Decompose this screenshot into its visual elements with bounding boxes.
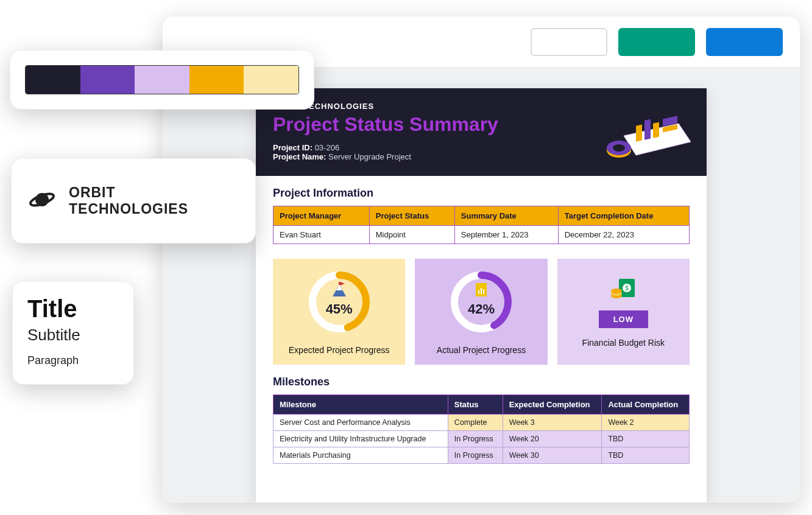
risk-badge: LOW bbox=[599, 310, 648, 328]
dashboard-illustration-icon bbox=[605, 99, 691, 160]
color-palette-card bbox=[10, 50, 314, 110]
meta-name-label: Project Name: bbox=[273, 152, 326, 161]
risk-label: Financial Budget Risk bbox=[582, 338, 665, 348]
doc-hero: ORBIT TECHNOLOGIES Project Status Summar… bbox=[256, 88, 707, 176]
palette-swatch bbox=[189, 66, 244, 94]
svg-rect-3 bbox=[653, 122, 659, 138]
expected-progress-ring: 45% bbox=[306, 268, 373, 335]
table-cell: In Progress bbox=[448, 447, 503, 464]
section-title-milestones: Milestones bbox=[273, 376, 690, 388]
expected-label: Expected Project Progress bbox=[289, 345, 390, 355]
actual-label: Actual Project Progress bbox=[437, 345, 526, 355]
section-title-info: Project Information bbox=[273, 187, 690, 200]
table-row: Server Cost and Performance AnalysisComp… bbox=[274, 415, 690, 431]
card-budget-risk: $ LOW Financial Budget Risk bbox=[557, 259, 690, 365]
table-cell: Complete bbox=[448, 415, 503, 431]
color-palette bbox=[25, 65, 299, 94]
svg-text:$: $ bbox=[626, 285, 629, 292]
palette-swatch bbox=[26, 66, 80, 94]
header-button-teal[interactable] bbox=[618, 28, 695, 56]
planet-logo-icon bbox=[29, 186, 55, 215]
svg-point-8 bbox=[613, 144, 625, 152]
palette-swatch bbox=[244, 66, 298, 94]
ms-th-3: Actual Completion bbox=[602, 395, 690, 415]
card-expected-progress: 45% Expected Project Progress bbox=[273, 259, 405, 365]
table-cell: TBD bbox=[602, 431, 690, 447]
progress-cards: 45% Expected Project Progress 42% bbox=[256, 247, 707, 365]
info-td-1: Midpoint bbox=[369, 226, 454, 244]
ms-th-2: Expected Completion bbox=[503, 395, 602, 415]
header-button-outline[interactable] bbox=[531, 28, 607, 56]
table-cell: TBD bbox=[602, 447, 690, 464]
money-icon: $ bbox=[610, 276, 636, 302]
milestones-table: Milestone Status Expected Completion Act… bbox=[273, 394, 690, 464]
table-cell: Week 2 bbox=[602, 415, 690, 431]
info-td-3: December 22, 2023 bbox=[558, 226, 689, 244]
info-td-2: September 1, 2023 bbox=[454, 226, 558, 244]
info-th-2: Summary Date bbox=[454, 206, 558, 226]
meta-name-value: Server Upgrade Project bbox=[328, 152, 411, 161]
typo-title: Title bbox=[27, 296, 119, 321]
table-cell: Materials Purchasing bbox=[274, 447, 448, 464]
table-cell: Server Cost and Performance Analysis bbox=[274, 415, 448, 431]
table-row: Evan Stuart Midpoint September 1, 2023 D… bbox=[274, 226, 690, 244]
section-milestones: Milestones Milestone Status Expected Com… bbox=[256, 365, 707, 466]
table-cell: In Progress bbox=[448, 431, 503, 447]
typo-subtitle: Subtitle bbox=[27, 326, 119, 345]
palette-swatch bbox=[135, 66, 189, 94]
section-project-info: Project Information Project Manager Proj… bbox=[256, 176, 707, 247]
info-th-0: Project Manager bbox=[274, 206, 370, 226]
expected-pct: 45% bbox=[306, 268, 373, 335]
logo-text: ORBIT TECHNOLOGIES bbox=[69, 184, 238, 217]
actual-pct: 42% bbox=[448, 268, 515, 335]
logo-card: ORBIT TECHNOLOGIES bbox=[11, 158, 256, 243]
meta-id-label: Project ID: bbox=[273, 143, 312, 152]
ms-th-1: Status bbox=[448, 395, 503, 415]
typo-paragraph: Paragraph bbox=[27, 354, 119, 367]
meta-id-value: 03-206 bbox=[315, 143, 339, 152]
table-cell: Week 20 bbox=[503, 431, 602, 447]
palette-swatch bbox=[80, 66, 135, 94]
table-row: Electricity and Utility Infrastructure U… bbox=[274, 431, 690, 447]
info-th-3: Target Completion Date bbox=[558, 206, 689, 226]
info-th-1: Project Status bbox=[369, 206, 454, 226]
svg-rect-1 bbox=[636, 125, 642, 142]
table-row: Materials PurchasingIn ProgressWeek 30TB… bbox=[274, 447, 690, 464]
table-cell: Week 30 bbox=[503, 447, 602, 464]
info-td-0: Evan Stuart bbox=[274, 226, 370, 244]
ms-th-0: Milestone bbox=[274, 395, 448, 415]
document: ORBIT TECHNOLOGIES Project Status Summar… bbox=[256, 88, 707, 502]
app-body: ORBIT TECHNOLOGIES Project Status Summar… bbox=[163, 68, 800, 502]
table-cell: Week 3 bbox=[503, 415, 602, 431]
svg-rect-2 bbox=[644, 119, 651, 140]
typography-card: Title Subtitle Paragraph bbox=[12, 281, 134, 385]
actual-progress-ring: 42% bbox=[448, 268, 515, 335]
project-info-table: Project Manager Project Status Summary D… bbox=[273, 206, 690, 244]
card-actual-progress: 42% Actual Project Progress bbox=[415, 259, 547, 365]
header-button-blue[interactable] bbox=[706, 28, 783, 56]
table-cell: Electricity and Utility Infrastructure U… bbox=[274, 431, 448, 447]
svg-point-26 bbox=[611, 289, 622, 293]
